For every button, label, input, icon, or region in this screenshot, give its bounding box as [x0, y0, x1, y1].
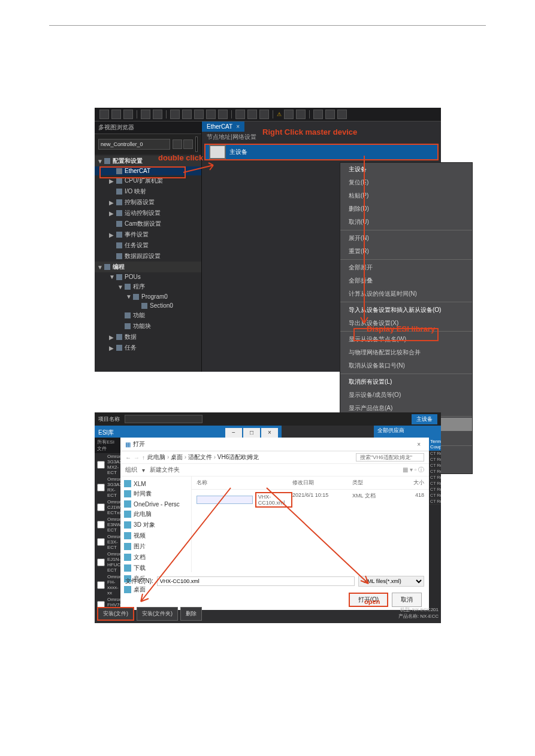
open-file-dialog: ▦ 打开 × ← → ↑ 此电脑 › 桌面 › 适配文件 › VH6适配欧姆龙 … — [120, 438, 429, 610]
install-file-button[interactable]: 安装(文件) — [97, 607, 134, 621]
tree-item[interactable]: ▼编程 — [95, 262, 201, 272]
tree-item[interactable]: 任务设置 — [95, 240, 201, 251]
open-button[interactable]: 打开(O) — [349, 593, 388, 607]
tree-item[interactable]: ▶运动控制设置 — [95, 208, 201, 218]
dialog-sidebar-item[interactable]: 时间囊 — [123, 488, 189, 499]
delete-button[interactable]: 删除 — [180, 607, 202, 621]
esi-list-item[interactable]: Omron 3G3AX-MX2-ECT — [95, 453, 120, 476]
tool-g[interactable] — [259, 110, 269, 119]
esi-list-item[interactable]: Omron CJ1W-ECTxx — [95, 499, 120, 516]
organize-button[interactable]: 组织 — [125, 466, 137, 474]
tree-item[interactable]: EtherCAT — [95, 166, 201, 175]
esi-list-item[interactable]: Omron EJ1N-HFUC-ECT — [95, 551, 120, 573]
esi-min-button[interactable]: − — [225, 428, 242, 438]
nav-up[interactable]: ↑ — [142, 454, 145, 461]
esi-list-item[interactable]: Omron E3X-ECT — [95, 533, 120, 551]
tool-search[interactable] — [235, 110, 245, 119]
tool-j[interactable] — [313, 110, 323, 119]
vendor-filter[interactable]: 全部供应商 — [374, 426, 441, 438]
tool-e[interactable] — [218, 110, 228, 119]
tree-item[interactable]: ▼POUs — [95, 272, 201, 281]
context-item[interactable]: 主设备 — [340, 163, 472, 176]
nav-back[interactable]: ← — [125, 454, 131, 461]
file-row[interactable]: VHX-CC100.xml 2021/6/1 10:15 XML 文档 418 — [192, 490, 429, 510]
esi-close-button[interactable]: × — [261, 428, 278, 438]
tree-item[interactable]: ▶数据 — [95, 332, 201, 342]
esi-list-item[interactable]: Omron 3G3AX-RX-ECT — [95, 476, 120, 499]
tree-item[interactable]: ▶控制器设置 — [95, 197, 201, 208]
dialog-sidebar-item[interactable]: XLM — [123, 479, 189, 488]
tree-item[interactable]: ▶事件设置 — [95, 229, 201, 240]
tab-close-icon[interactable]: × — [236, 123, 240, 130]
breadcrumb-seg[interactable]: VH6适配欧姆龙 — [217, 454, 259, 460]
tree-item[interactable]: ▼配置和设置 — [95, 156, 201, 166]
new-folder-button[interactable]: 新建文件夹 — [150, 466, 180, 474]
tool-d[interactable] — [206, 110, 216, 119]
tree-item[interactable]: Section0 — [95, 301, 201, 310]
tree-item[interactable]: Cam数据设置 — [95, 218, 201, 229]
master-device-row[interactable]: 主设备 — [204, 144, 439, 160]
ctrl-down[interactable] — [183, 139, 193, 149]
filename-input[interactable] — [157, 576, 355, 586]
tree-item[interactable]: ▶CPU/扩展机架 — [95, 175, 201, 186]
ctrl-up[interactable] — [173, 139, 182, 149]
tool-h[interactable] — [284, 110, 294, 119]
tool-copy[interactable] — [111, 110, 121, 119]
esi-checkbox[interactable] — [97, 503, 105, 511]
install-folder-button[interactable]: 安装(文件夹) — [137, 607, 178, 621]
tool-redo[interactable] — [153, 110, 162, 119]
dialog-sidebar-item[interactable]: 此电脑 — [123, 509, 189, 520]
tool-paste[interactable] — [123, 110, 133, 119]
context-item[interactable]: 导入从设备设置和插入新从设备(O) — [340, 303, 472, 317]
tree-item[interactable]: ▼Program0 — [95, 292, 201, 301]
dialog-sidebar-item[interactable]: OneDrive - Persc — [123, 499, 189, 509]
esi-checkbox[interactable] — [97, 581, 105, 589]
file-date: 2021/6/1 10:15 — [292, 492, 352, 508]
ethercat-tab[interactable]: EtherCAT × — [202, 122, 244, 132]
esi-list-item[interactable]: Omron E3NW-ECT — [95, 516, 120, 533]
tool-b[interactable] — [182, 110, 192, 119]
tree-item[interactable]: 数据跟踪设置 — [95, 251, 201, 262]
esi-checkbox[interactable] — [97, 558, 105, 566]
view-icons[interactable]: ▦ ▾ ▫ ⓘ — [403, 466, 424, 474]
tool-cut[interactable] — [99, 110, 109, 119]
tree-item[interactable]: 功能块 — [95, 321, 201, 332]
controller-select[interactable] — [98, 139, 170, 150]
tool-f[interactable] — [247, 110, 257, 119]
dialog-sidebar-item[interactable]: 文档 — [123, 552, 189, 563]
device-icon — [195, 136, 198, 152]
dialog-sidebar-item[interactable]: 下载 — [123, 563, 189, 573]
tool-c[interactable] — [194, 110, 204, 119]
breadcrumb-seg[interactable]: 桌面 — [171, 454, 183, 460]
esi-checkbox[interactable] — [97, 461, 105, 469]
breadcrumb-seg[interactable]: 此电脑 — [147, 454, 165, 460]
context-item[interactable]: 取消所有设置(L) — [340, 375, 472, 388]
context-item: 与物理网络配置比较和合并 — [340, 346, 472, 359]
dialog-sidebar-item[interactable]: 图片 — [123, 541, 189, 552]
dialog-sidebar-item[interactable]: 3D 对象 — [123, 520, 189, 530]
dialog-close-button[interactable]: × — [413, 441, 424, 448]
tree-item[interactable]: ▼程序 — [95, 281, 201, 292]
tree-item[interactable]: I/O 映射 — [95, 186, 201, 197]
tool-l[interactable] — [337, 110, 347, 119]
tool-k[interactable] — [325, 110, 335, 119]
cancel-button[interactable]: 取消 — [392, 593, 422, 607]
breadcrumb-seg[interactable]: 适配文件 — [188, 454, 212, 460]
esi-checkbox[interactable] — [97, 484, 105, 491]
filetype-select[interactable]: XML files(*.xml) — [358, 576, 424, 587]
context-item: 取消(U) — [340, 215, 472, 229]
tool-i[interactable] — [296, 110, 306, 119]
dialog-sidebar-item[interactable]: 视频 — [123, 530, 189, 541]
esi-max-button[interactable]: □ — [243, 428, 260, 438]
tree-item[interactable]: ▶任务 — [95, 342, 201, 353]
esi-list-item[interactable]: Omron FH-xxxx-xx — [95, 573, 120, 596]
project-name-input[interactable] — [125, 415, 202, 423]
tool-undo[interactable] — [141, 110, 150, 119]
nav-fwd[interactable]: → — [134, 454, 140, 461]
tab-label: EtherCAT — [207, 123, 232, 130]
tree-item[interactable]: 功能 — [95, 310, 201, 321]
dialog-search-input[interactable] — [356, 453, 424, 462]
esi-checkbox[interactable] — [97, 521, 105, 529]
tool-a[interactable] — [170, 110, 180, 119]
esi-checkbox[interactable] — [97, 538, 105, 546]
